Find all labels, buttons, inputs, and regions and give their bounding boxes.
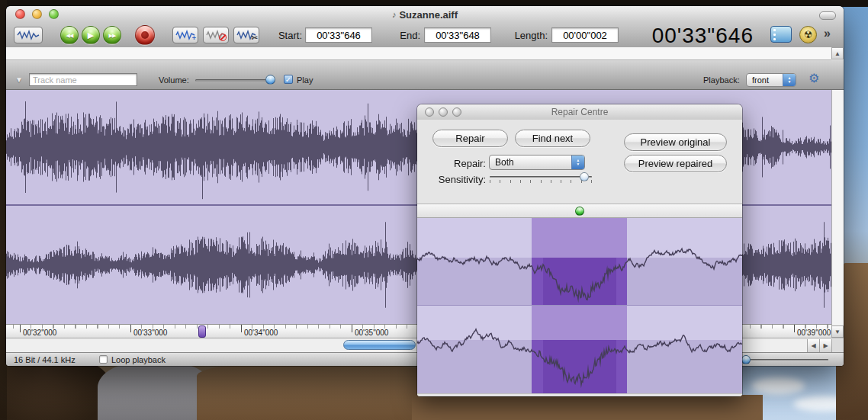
main-toolbar: ◀◀ ▶ ▶▶ + [6, 23, 844, 48]
waveform-add-button[interactable]: + [172, 27, 198, 43]
scroll-up-button[interactable]: ▲ [831, 47, 844, 59]
start-label: Start: [272, 30, 302, 41]
sensitivity-track [490, 176, 592, 178]
scrollbar-corner [831, 339, 844, 352]
toolbar-overflow-button[interactable]: » [824, 27, 831, 40]
play-checkbox[interactable]: ✓ [284, 75, 293, 84]
end-field[interactable] [424, 27, 491, 43]
scroll-right-button[interactable]: ▶ [819, 339, 831, 352]
cloud [751, 377, 805, 394]
toolbar-toggle-button[interactable] [819, 11, 836, 20]
wallpaper-figure [98, 361, 212, 420]
play-icon: ▶ [88, 31, 94, 40]
volume-slider[interactable] [195, 79, 272, 82]
film-icon [773, 34, 776, 36]
end-label: End: [391, 30, 420, 41]
rewind-icon: ◀◀ [66, 33, 73, 38]
check-icon: ✓ [285, 75, 291, 84]
zoom-slider-thumb[interactable] [741, 355, 751, 364]
down-arrow-icon: ▼ [834, 329, 841, 335]
movies-button[interactable] [770, 26, 792, 43]
loop-playback-label: Loop playback [111, 355, 166, 364]
hscroll-thumb[interactable] [343, 340, 416, 350]
scroll-down-button[interactable]: ▼ [831, 325, 844, 338]
play-button[interactable]: ▶ [82, 26, 100, 44]
waveform-remove-button[interactable] [203, 27, 229, 43]
waveform-icon [17, 30, 40, 40]
ruler-strip [6, 47, 831, 60]
selection-region [532, 218, 627, 258]
find-next-button[interactable]: Find next [515, 130, 590, 147]
channel-divider [417, 305, 742, 306]
track-name-input[interactable] [29, 73, 137, 86]
position-indicator [575, 207, 584, 216]
time-display: 00'33"646 [639, 24, 754, 48]
rewind-button[interactable]: ◀◀ [60, 26, 79, 44]
selection-core [543, 258, 616, 306]
record-icon [141, 31, 149, 39]
track-header: ▼ Volume: ✓ Play Playback: front ▲▼ ⚙ [6, 60, 844, 90]
repair-waveform-preview[interactable] [417, 218, 742, 393]
up-arrow-icon: ▲ [834, 50, 841, 57]
playback-value: front [747, 75, 783, 85]
repair-bottom-bar: Zoom: [417, 393, 742, 396]
selection-core [543, 340, 616, 393]
scroll-left-button[interactable]: ◀ [807, 339, 819, 352]
screen: ♪ Suzanne.aiff ◀◀ ▶ ▶▶ [0, 0, 868, 420]
popup-arrows-icon: ▲▼ [783, 74, 796, 86]
volume-label: Volume: [159, 75, 189, 85]
prohibition-icon [219, 34, 227, 41]
repair-label: Repair: [440, 158, 486, 169]
film-icon [773, 38, 776, 40]
repair-button[interactable]: Repair [432, 130, 508, 147]
repair-titlebar[interactable]: Repair Centre [417, 104, 742, 120]
main-titlebar[interactable]: ♪ Suzanne.aiff [6, 6, 844, 24]
repair-body: Repair Find next Preview original Previe… [417, 120, 742, 396]
length-field[interactable] [551, 27, 619, 43]
format-info: 16 Bit / 44.1 kHz [14, 355, 76, 364]
playback-popup[interactable]: front ▲▼ [746, 73, 796, 87]
playhead-marker[interactable] [198, 325, 206, 338]
playback-label: Playback: [703, 75, 740, 85]
document-icon: ♪ [392, 10, 397, 19]
timeline-label: 00'34"000 [244, 329, 278, 337]
forward-button[interactable]: ▶▶ [103, 26, 121, 44]
left-arrow-icon: ◀ [811, 342, 815, 349]
sensitivity-ticks [490, 180, 592, 183]
popup-arrows-icon: ▲▼ [571, 155, 584, 169]
sensitivity-slider[interactable] [490, 172, 592, 184]
preview-repaired-button[interactable]: Preview repaired [624, 155, 727, 172]
preview-original-button[interactable]: Preview original [624, 133, 727, 151]
window-title: Repair Centre [551, 107, 609, 117]
start-field[interactable] [305, 27, 372, 43]
wallpaper-rocks [0, 357, 111, 420]
wallpaper-rocks [197, 365, 448, 420]
window-title: Suzanne.aiff [399, 9, 458, 21]
zoom-slider[interactable] [740, 359, 828, 361]
sensitivity-thumb[interactable] [580, 172, 589, 181]
loop-playback-checkbox[interactable] [99, 355, 108, 364]
timeline-label: 00'33"000 [133, 329, 167, 337]
vertical-scrollbar[interactable] [831, 90, 844, 325]
volume-slider-thumb[interactable] [265, 75, 275, 85]
position-indicator-track [417, 204, 742, 218]
waveform-crop-button[interactable]: ✂ [233, 27, 259, 43]
repair-mode-value: Both [490, 157, 571, 168]
waveform-tool-button[interactable] [14, 27, 43, 43]
scissors-badge-icon: ✂ [252, 34, 258, 42]
length-label: Length: [502, 30, 548, 41]
burn-button[interactable]: ☢ [799, 26, 817, 43]
right-arrow-icon: ▶ [823, 342, 828, 349]
wallpaper-rocks [412, 395, 763, 420]
selection-region [532, 306, 627, 340]
repair-mode-popup[interactable]: Both ▲▼ [489, 155, 585, 170]
burn-icon: ☢ [804, 29, 813, 40]
timeline-label: 00'39"000 [797, 329, 831, 337]
sensitivity-label: Sensitivity: [425, 174, 486, 185]
gear-button[interactable]: ⚙ [809, 71, 819, 85]
record-button[interactable] [135, 25, 155, 45]
timeline-label: 00'32"000 [23, 329, 56, 337]
disclosure-triangle[interactable]: ▼ [15, 75, 23, 84]
repair-centre-window: Repair Centre Repair Find next Preview o… [417, 104, 742, 396]
film-icon [773, 29, 776, 31]
